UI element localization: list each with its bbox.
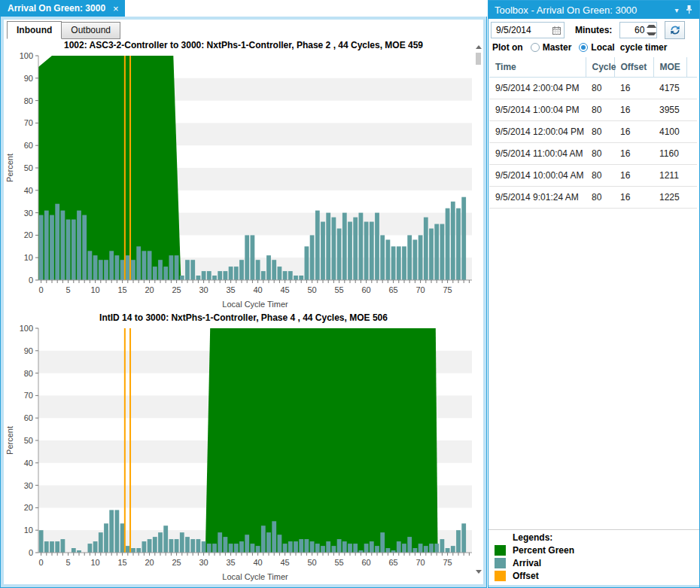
vertical-scrollbar[interactable] xyxy=(474,44,482,575)
toolbox-title: Toolbox - Arrival On Green: 3000 xyxy=(495,5,671,16)
svg-text:90: 90 xyxy=(24,346,33,355)
svg-text:70: 70 xyxy=(24,118,33,127)
table-cell: 16 xyxy=(614,143,653,165)
table-row[interactable]: 9/5/2014 9:01:24 AM80161225 xyxy=(489,187,697,209)
svg-text:40: 40 xyxy=(253,558,262,567)
table-row[interactable]: 9/5/2014 10:00:04 AM80161211 xyxy=(489,165,697,187)
svg-text:40: 40 xyxy=(24,186,33,195)
scroll-up-icon[interactable] xyxy=(475,44,482,50)
table-cell: 9/5/2014 11:00:04 AM xyxy=(489,143,586,165)
svg-text:0: 0 xyxy=(29,276,33,285)
legend-box: Legends: Percent GreenArrivalOffset xyxy=(488,529,699,585)
svg-text:15: 15 xyxy=(117,285,126,294)
table-cell: 9/5/2014 1:00:04 PM xyxy=(489,99,586,121)
radio-local-label[interactable]: Local xyxy=(591,42,614,53)
radio-master[interactable] xyxy=(531,43,540,52)
column-header-offset[interactable]: Offset xyxy=(614,57,653,78)
application-window: Arrival On Green: 3000 × Inbound Outboun… xyxy=(0,0,700,588)
refresh-button[interactable] xyxy=(665,21,685,39)
toolbox-body: 9/5/2014 Minutes: xyxy=(488,19,699,587)
svg-text:35: 35 xyxy=(226,558,235,567)
plot-on-row: Plot on Master Local cycle timer xyxy=(488,40,699,55)
table-cell-pad xyxy=(686,143,697,165)
legend-swatch xyxy=(495,571,506,581)
radio-local[interactable] xyxy=(579,43,588,52)
scroll-down-icon[interactable] xyxy=(475,568,482,575)
svg-text:10: 10 xyxy=(24,526,33,535)
svg-text:30: 30 xyxy=(24,209,33,218)
table-cell: 16 xyxy=(614,99,653,121)
svg-text:50: 50 xyxy=(307,558,316,567)
table-cell: 1160 xyxy=(653,143,686,165)
svg-text:100: 100 xyxy=(20,51,33,60)
direction-tab-strip: Inbound Outbound xyxy=(4,20,483,39)
svg-text:30: 30 xyxy=(24,481,33,490)
legend-label: Percent Green xyxy=(513,545,574,556)
svg-text:65: 65 xyxy=(388,285,397,294)
svg-text:60: 60 xyxy=(361,558,370,567)
svg-text:50: 50 xyxy=(307,285,316,294)
svg-text:15: 15 xyxy=(117,558,126,567)
legend-item: Arrival xyxy=(495,557,699,569)
close-icon[interactable]: × xyxy=(113,4,119,14)
chart-block-inbound-top: 1002: ASC3-2-Controller to 3000: NxtPhs-… xyxy=(4,40,483,312)
toolbox-panel: Toolbox - Arrival On Green: 3000 ▾ 9/5/2… xyxy=(488,0,700,588)
column-header-time[interactable]: Time xyxy=(489,57,586,78)
calendar-icon[interactable] xyxy=(552,26,561,35)
toolbox-controls: 9/5/2014 Minutes: xyxy=(488,19,699,40)
spin-up-icon[interactable] xyxy=(647,23,656,30)
document-tab-arrival-on-green[interactable]: Arrival On Green: 3000 × xyxy=(0,0,125,17)
svg-text:70: 70 xyxy=(415,285,425,294)
column-header-moe[interactable]: MOE xyxy=(653,57,686,78)
table-cell: 4100 xyxy=(653,121,686,143)
minutes-stepper[interactable]: 60 xyxy=(619,22,657,38)
table-cell: 4175 xyxy=(653,78,686,99)
document-tab-title: Arrival On Green: 3000 xyxy=(8,3,105,14)
svg-text:55: 55 xyxy=(334,285,343,294)
chart-plot: 0102030405060708090100051015202530354045… xyxy=(4,324,483,584)
table-cell: 80 xyxy=(586,99,614,121)
table-cell-pad xyxy=(686,78,697,99)
column-header-pad xyxy=(686,57,697,78)
table-row[interactable]: 9/5/2014 11:00:04 AM80161160 xyxy=(489,143,697,165)
svg-text:75: 75 xyxy=(443,285,452,294)
table-row[interactable]: 9/5/2014 12:00:04 PM80164100 xyxy=(489,121,697,143)
svg-text:70: 70 xyxy=(24,391,33,400)
pin-icon[interactable] xyxy=(683,5,695,16)
tab-inbound[interactable]: Inbound xyxy=(7,21,62,39)
svg-text:60: 60 xyxy=(361,285,370,294)
table-cell: 80 xyxy=(586,121,614,143)
radio-master-label[interactable]: Master xyxy=(543,42,572,53)
svg-text:45: 45 xyxy=(280,285,289,294)
svg-text:0: 0 xyxy=(29,548,33,557)
svg-text:25: 25 xyxy=(172,558,181,567)
svg-text:20: 20 xyxy=(24,230,33,239)
svg-text:20: 20 xyxy=(145,285,154,294)
table-cell: 80 xyxy=(586,165,614,187)
svg-text:60: 60 xyxy=(24,141,33,150)
spin-down-icon[interactable] xyxy=(647,30,656,38)
column-header-cycle[interactable]: Cycle xyxy=(586,57,614,78)
svg-text:0: 0 xyxy=(39,285,44,294)
svg-text:20: 20 xyxy=(145,558,154,567)
chart-block-inbound-bottom: IntID 14 to 3000: NxtPhs-1-Controller, P… xyxy=(4,312,483,584)
chevron-down-icon[interactable]: ▾ xyxy=(671,6,683,14)
svg-text:Local Cycle Timer: Local Cycle Timer xyxy=(222,572,288,581)
table-row[interactable]: 9/5/2014 2:00:04 PM80164175 xyxy=(489,78,697,99)
cycle-timer-label: cycle timer xyxy=(620,42,668,53)
svg-text:30: 30 xyxy=(199,285,208,294)
legend-label: Offset xyxy=(513,571,539,581)
svg-text:Local Cycle Timer: Local Cycle Timer xyxy=(222,300,288,309)
scrollbar-thumb[interactable] xyxy=(476,53,481,65)
legend-item: Offset xyxy=(495,570,699,582)
table-row[interactable]: 9/5/2014 1:00:04 PM80163955 xyxy=(489,99,697,121)
svg-text:80: 80 xyxy=(24,96,33,105)
minutes-value[interactable]: 60 xyxy=(620,23,647,38)
document-tab-bar: Arrival On Green: 3000 × xyxy=(0,0,487,17)
svg-text:5: 5 xyxy=(66,285,71,294)
svg-text:40: 40 xyxy=(24,459,33,468)
date-input[interactable]: 9/5/2014 xyxy=(491,22,565,38)
tab-outbound[interactable]: Outbound xyxy=(61,22,120,39)
chart-plot: 0102030405060708090100051015202530354045… xyxy=(4,51,483,312)
arrival-on-green-panel: Arrival On Green: 3000 × Inbound Outboun… xyxy=(0,0,487,588)
